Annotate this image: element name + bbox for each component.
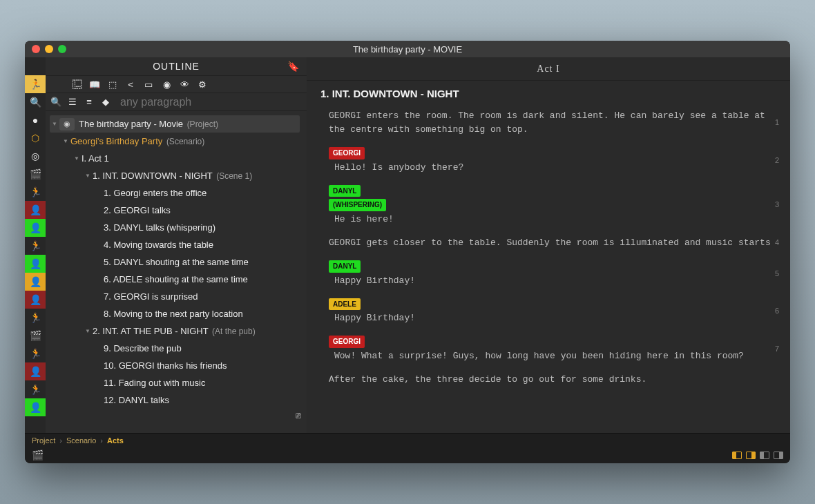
tree-beat[interactable]: 2. GEORGI talks <box>50 202 300 219</box>
layout-icons <box>732 452 783 459</box>
speech-red2-icon[interactable]: 👤 <box>25 291 46 309</box>
scene-heading: 1. INT. DOWNTOWN - NIGHT <box>307 81 790 104</box>
actor5-icon[interactable]: 🏃 <box>25 345 46 362</box>
actor-icon[interactable]: 🏃 <box>25 75 46 93</box>
filter-diamond-icon[interactable]: ◆ <box>99 97 112 107</box>
script-dialogue[interactable]: GEORGIWow! What a surprise! Guys, how lo… <box>329 335 776 363</box>
script-action[interactable]: After the cake, the three decide to go o… <box>329 373 776 387</box>
tree-beat[interactable]: 3. DANYL talks (whispering) <box>50 219 300 236</box>
breadcrumb-acts[interactable]: Acts <box>107 436 124 445</box>
breadcrumb-scenario[interactable]: Scenario <box>66 436 96 445</box>
layout-right-dim[interactable] <box>774 452 783 459</box>
tree-scenario[interactable]: ▼Georgi's Birthday Party (Scenario) <box>50 133 300 150</box>
maximize-button[interactable] <box>58 45 66 53</box>
tree-beat[interactable]: 8. Moving to the next party location <box>50 305 300 322</box>
window-title: The birthday party - MOVIE <box>25 44 790 55</box>
script-dialogue[interactable]: DANYLHappy Birthday!5 <box>329 260 776 288</box>
layout-right[interactable] <box>746 452 756 459</box>
minimize-button[interactable] <box>45 45 53 53</box>
outline-title: OUTLINE <box>153 61 200 72</box>
book-icon[interactable]: 📖 <box>88 79 101 90</box>
script-dialogue[interactable]: DANYL(WHISPERING)He is here!3 <box>329 184 776 226</box>
outline-pane: OUTLINE 🔖 ⿺📖⬚<▭◉👁⚙ 🔍 ☰ ≡ ◆ ▼◉The birthda… <box>46 57 307 433</box>
target-icon[interactable]: ◎ <box>25 147 46 165</box>
script-action[interactable]: GEORGI gets closer to the table. Suddenl… <box>329 236 776 250</box>
sliders-icon[interactable]: ⎚ <box>296 410 301 420</box>
tree-icon[interactable]: ⿺ <box>70 79 83 90</box>
dot-icon[interactable]: ● <box>25 111 46 129</box>
speech-green2-icon[interactable]: 👤 <box>25 255 46 273</box>
script-dialogue[interactable]: GEORGIHello! Is anybody there?2 <box>329 146 776 175</box>
share-icon[interactable]: < <box>124 79 137 90</box>
traffic-lights <box>25 45 66 53</box>
cube-icon[interactable]: ⬚ <box>106 79 119 90</box>
actor2-icon[interactable]: 🏃 <box>25 183 46 201</box>
window-icon[interactable]: ▭ <box>142 79 155 90</box>
outline-header: OUTLINE 🔖 <box>46 57 307 75</box>
titlebar: The birthday party - MOVIE <box>25 41 790 57</box>
tree-beat[interactable]: 6. ADELE shouting at the same time <box>50 271 300 288</box>
icon-strip: 🏃🔍●⬡◎🎬🏃👤👤🏃👤👤👤🏃🎬🏃👤🏃👤 <box>25 57 46 433</box>
bookmark-icon[interactable]: 🔖 <box>287 61 300 72</box>
outline-tree[interactable]: ▼◉The birthday party - Movie (Project)▼G… <box>46 111 307 423</box>
clapper-icon[interactable]: 🎬 <box>32 449 44 461</box>
filter-list-icon[interactable]: ☰ <box>66 97 79 107</box>
tree-beat[interactable]: 4. Moving towards the table <box>50 236 300 253</box>
speech-red3-icon[interactable]: 👤 <box>25 362 46 380</box>
close-button[interactable] <box>32 45 40 53</box>
tree-project[interactable]: ▼◉The birthday party - Movie (Project) <box>50 115 300 133</box>
box-icon[interactable]: ⬡ <box>25 129 46 147</box>
speech-orange-icon[interactable]: 👤 <box>25 273 46 291</box>
tree-beat[interactable]: 7. GEORGI is surprised <box>50 288 300 305</box>
act-header: Act I <box>307 57 790 81</box>
clapper-icon[interactable]: 🎬 <box>25 165 46 183</box>
tree-beat[interactable]: 5. DANYL shouting at the same time <box>50 253 300 271</box>
tree-beat[interactable]: 12. DANYL talks <box>50 391 300 409</box>
filter-lines-icon[interactable]: ≡ <box>83 97 95 107</box>
filter-input[interactable] <box>116 96 307 108</box>
tree-beat[interactable]: 10. GEORGI thanks his friends <box>50 357 300 374</box>
breadcrumbs: Project›Scenario›Acts <box>25 433 790 447</box>
clapper2-icon[interactable]: 🎬 <box>25 327 46 345</box>
actor3-icon[interactable]: 🏃 <box>25 237 46 255</box>
script-action[interactable]: GEORGI enters the room. The room is dark… <box>329 109 776 137</box>
breadcrumb-project[interactable]: Project <box>32 436 55 445</box>
actor6-icon[interactable]: 🏃 <box>25 380 46 398</box>
outline-toolbar: ⿺📖⬚<▭◉👁⚙ <box>46 75 307 93</box>
tree-scene[interactable]: ▼1. INT. DOWNTOWN - NIGHT (Scene 1) <box>50 167 300 184</box>
script-dialogue[interactable]: ADELEHappy Birthday!6 <box>329 298 776 326</box>
tree-act[interactable]: ▼I. Act 1 <box>50 150 300 167</box>
script-body[interactable]: GEORGI enters the room. The room is dark… <box>307 104 790 433</box>
editor-pane: Act I 1. INT. DOWNTOWN - NIGHT GEORGI en… <box>307 57 790 433</box>
tree-beat[interactable]: 11. Fading out with music <box>50 374 300 391</box>
tree-scene[interactable]: ▼2. INT. AT THE PUB - NIGHT (At the pub) <box>50 322 300 340</box>
filter-search-icon[interactable]: 🔍 <box>46 97 66 107</box>
speech-red-icon[interactable]: 👤 <box>25 201 46 219</box>
layout-left-dim[interactable] <box>760 452 769 459</box>
status-row: Project›Scenario›Acts 🎬 <box>25 433 790 463</box>
eye-icon[interactable]: 👁 <box>178 79 191 90</box>
gear-icon[interactable]: ⚙ <box>196 79 209 90</box>
record-icon[interactable]: ◉ <box>160 79 173 90</box>
speech-green3-icon[interactable]: 👤 <box>25 398 46 416</box>
layout-left[interactable] <box>732 452 742 459</box>
tree-beat[interactable]: 1. Georgi enters the office <box>50 184 300 202</box>
speech-green-icon[interactable]: 👤 <box>25 219 46 237</box>
filter-row: 🔍 ☰ ≡ ◆ <box>46 93 307 111</box>
actor4-icon[interactable]: 🏃 <box>25 309 46 327</box>
search-icon[interactable]: 🔍 <box>25 93 46 111</box>
app-window: The birthday party - MOVIE 🏃🔍●⬡◎🎬🏃👤👤🏃👤👤👤… <box>25 41 790 463</box>
tree-beat[interactable]: 9. Describe the pub <box>50 340 300 357</box>
